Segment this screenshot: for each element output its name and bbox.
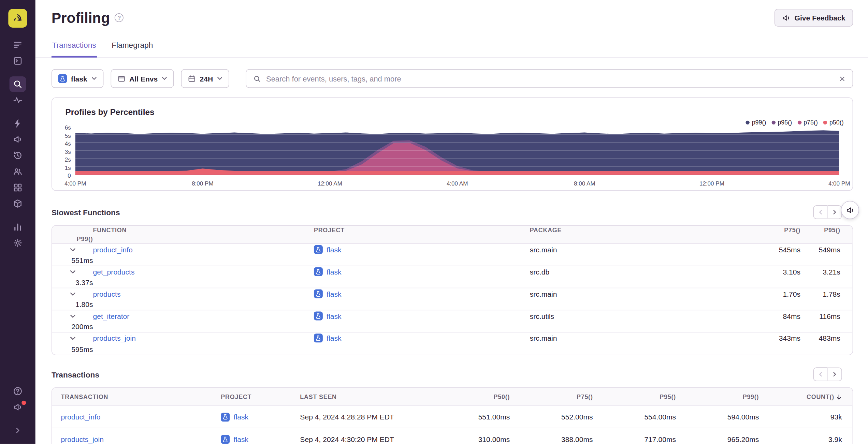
column-header-project: PROJECT: [221, 394, 300, 400]
p95-value: 1.78s: [800, 290, 840, 298]
legend-dot: [746, 120, 750, 124]
sidebar-item-stats[interactable]: [10, 219, 26, 234]
column-header-count[interactable]: COUNT(): [759, 394, 842, 400]
notification-dot: [21, 401, 26, 405]
floating-feedback-button[interactable]: [841, 201, 859, 219]
column-header-p75: P75(): [510, 394, 593, 400]
expand-row-button[interactable]: [52, 335, 93, 342]
project-link[interactable]: flask: [327, 312, 341, 320]
environment-selector[interactable]: All Envs: [111, 69, 174, 88]
legend-dot: [772, 120, 776, 124]
chart-legend: p99()p95()p75()p50(): [746, 119, 844, 125]
sidebar-item-dashboards[interactable]: [10, 180, 26, 195]
sentry-logo[interactable]: [8, 9, 27, 28]
project-link[interactable]: flask: [327, 334, 341, 342]
function-link[interactable]: get_products: [93, 267, 314, 276]
give-feedback-button[interactable]: Give Feedback: [775, 9, 853, 27]
next-page-button[interactable]: [828, 367, 842, 381]
sidebar: [0, 0, 35, 444]
function-link[interactable]: get_iterator: [93, 312, 314, 320]
tab-flamegraph[interactable]: Flamegraph: [111, 35, 154, 58]
project-link[interactable]: flask: [327, 290, 341, 298]
calendar-icon: [188, 74, 196, 83]
p75-value: 545ms: [761, 246, 800, 254]
p50-value: 310.00ms: [427, 435, 510, 443]
slowest-function-row: get_iteratorflasksrc.utils84ms116ms200ms: [52, 310, 853, 332]
chevron-down-icon: [69, 268, 76, 275]
package-value: src.utils: [530, 312, 761, 320]
lightning-icon: [13, 118, 23, 128]
table-header-row: TRANSACTION PROJECT LAST SEEN P50() P75(…: [52, 388, 853, 406]
next-page-button[interactable]: [828, 205, 842, 219]
sidebar-group-tools: [10, 116, 26, 211]
filter-bar: flask All Envs 24H: [35, 58, 868, 88]
p50-value: 551.00ms: [427, 413, 510, 421]
x-axis-label: 8:00 AM: [574, 180, 595, 186]
sidebar-item-performance[interactable]: [10, 92, 26, 108]
legend-item[interactable]: p75(): [797, 119, 818, 125]
sidebar-item-issues[interactable]: [10, 37, 26, 53]
sidebar-item-help[interactable]: [10, 383, 26, 399]
page-title: Profiling: [52, 9, 110, 26]
prev-page-button[interactable]: [813, 367, 827, 381]
sidebar-item-replays[interactable]: [10, 148, 26, 163]
package-value: src.main: [530, 246, 761, 254]
slowest-function-row: productsflasksrc.main1.70s1.78s1.80s: [52, 288, 853, 310]
p99-value: 3.37s: [52, 278, 93, 286]
sidebar-item-settings[interactable]: [10, 235, 26, 251]
project-link[interactable]: flask: [234, 435, 248, 443]
function-link[interactable]: products: [93, 290, 314, 298]
y-axis-label: 1s: [52, 164, 71, 171]
page-help-icon[interactable]: ?: [115, 13, 124, 22]
sidebar-item-team[interactable]: [10, 164, 26, 179]
column-header-project: PROJECT: [314, 227, 530, 233]
flask-platform-icon: [314, 245, 323, 254]
expand-row-button[interactable]: [52, 290, 93, 297]
y-axis-label: 5s: [52, 132, 71, 138]
clear-search-icon[interactable]: [839, 75, 846, 82]
expand-row-button[interactable]: [52, 268, 93, 275]
p75-value: 552.00ms: [510, 413, 593, 421]
issues-icon: [13, 40, 23, 50]
transaction-link[interactable]: products_join: [52, 435, 221, 443]
function-link[interactable]: product_info: [93, 246, 314, 254]
slowest-functions-pager: [813, 205, 842, 219]
p95-value: 483ms: [800, 334, 840, 342]
megaphone-icon: [13, 134, 23, 144]
column-header-transaction: TRANSACTION: [52, 394, 221, 400]
project-link[interactable]: flask: [327, 267, 341, 276]
search-input[interactable]: [266, 74, 834, 83]
sidebar-item-search[interactable]: [10, 76, 26, 92]
legend-item[interactable]: p95(): [772, 119, 792, 125]
table-body: product_infoflasksrc.main545ms549ms551ms…: [52, 244, 853, 355]
tab-transactions[interactable]: Transactions: [52, 35, 97, 58]
sidebar-collapse-button[interactable]: [10, 423, 26, 438]
search-bar[interactable]: [246, 69, 853, 88]
sidebar-item-alerts[interactable]: [10, 116, 26, 131]
sidebar-item-whats-new[interactable]: [10, 399, 26, 415]
tab-bar: Transactions Flamegraph: [35, 35, 868, 58]
environment-selector-label: All Envs: [129, 74, 158, 83]
column-header-p95: P95(): [800, 227, 840, 233]
sidebar-item-releases[interactable]: [10, 196, 26, 211]
expand-row-button[interactable]: [52, 312, 93, 320]
legend-item[interactable]: p50(): [823, 119, 844, 125]
expand-row-button[interactable]: [52, 246, 93, 253]
gear-icon: [13, 238, 23, 248]
sidebar-item-projects[interactable]: [10, 53, 26, 69]
p75-value: 388.00ms: [510, 435, 593, 443]
search-icon: [253, 74, 261, 83]
project-selector-label: flask: [71, 74, 87, 83]
p99-value: 551ms: [52, 256, 93, 264]
prev-page-button[interactable]: [813, 205, 827, 219]
function-link[interactable]: products_join: [93, 334, 314, 342]
legend-item[interactable]: p99(): [746, 119, 766, 125]
project-link[interactable]: flask: [234, 413, 248, 421]
legend-dot: [797, 120, 801, 124]
project-selector[interactable]: flask: [52, 69, 103, 88]
transaction-link[interactable]: product_info: [52, 413, 221, 421]
sidebar-item-feedback[interactable]: [10, 132, 26, 147]
date-range-selector[interactable]: 24H: [181, 69, 229, 88]
legend-label: p99(): [752, 119, 766, 125]
project-link[interactable]: flask: [327, 246, 341, 254]
